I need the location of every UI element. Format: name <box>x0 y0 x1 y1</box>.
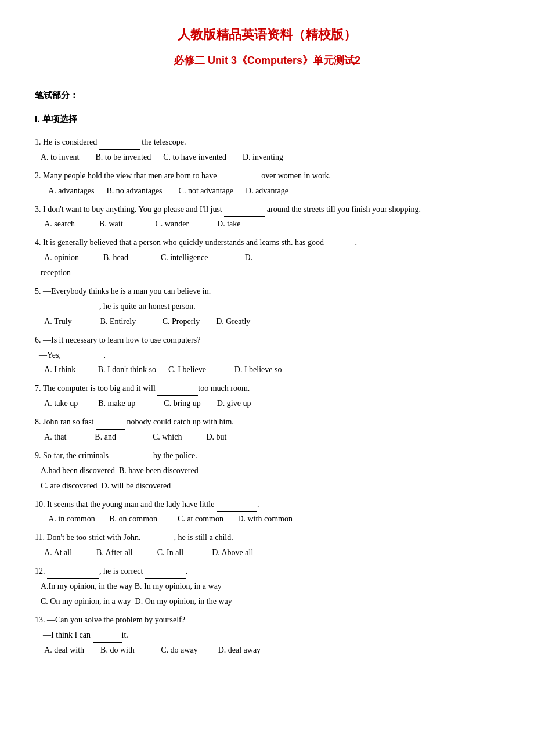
question-12: 12. , he is correct . A.In my opinion, i… <box>35 564 499 609</box>
question-5: 5. —Everybody thinks he is a man you can… <box>35 284 499 329</box>
question-12-options-a: A.In my opinion, in the way B. In my opi… <box>35 579 499 594</box>
question-2-options: A. advantages B. no advantages C. not ad… <box>35 183 499 199</box>
question-4-options-2: reception <box>35 265 499 280</box>
question-7-options: A. take up B. make up C. bring up D. giv… <box>35 396 499 411</box>
question-13-text: 13. —Can you solve the problem by yourse… <box>35 613 499 628</box>
question-9-options-a: A.had been discovered B. have been disco… <box>35 463 499 478</box>
question-9-options-b: C. are discovered D. will be discovered <box>35 478 499 494</box>
question-1-options: A. to invent B. to be invented C. to hav… <box>35 150 499 165</box>
main-title: 人教版精品英语资料（精校版） <box>35 23 499 46</box>
question-9: 9. So far, the criminals by the police. … <box>35 448 499 494</box>
section-I-title: I. 单项选择 <box>35 111 499 127</box>
question-1: 1. He is considered the telescope. A. to… <box>35 135 499 165</box>
question-11-text: 11. Don't be too strict with John. , he … <box>35 530 499 545</box>
question-10-text: 10. It seems that the young man and the … <box>35 497 499 512</box>
question-13: 13. —Can you solve the problem by yourse… <box>35 613 499 658</box>
question-6-text: 6. —Is it necessary to learn how to use … <box>35 333 499 348</box>
question-4: 4. It is generally believed that a perso… <box>35 235 499 280</box>
question-12-text: 12. , he is correct . <box>35 564 499 579</box>
question-11-options: A. At all B. After all C. In all D. Abov… <box>35 545 499 560</box>
question-6-text2: —Yes, . <box>35 348 499 363</box>
question-5-text2: —, he is quite an honest person. <box>35 299 499 314</box>
question-10-options: A. in common B. on common C. at common D… <box>35 512 499 527</box>
question-3-options: A. search B. wait C. wander D. take <box>35 217 499 232</box>
question-2-text: 2. Many people hold the view that men ar… <box>35 168 499 183</box>
question-6: 6. —Is it necessary to learn how to use … <box>35 333 499 378</box>
question-8-options: A. that B. and C. which D. but <box>35 430 499 445</box>
question-8-text: 8. John ran so fast nobody could catch u… <box>35 415 499 430</box>
question-11: 11. Don't be too strict with John. , he … <box>35 530 499 560</box>
question-9-text: 9. So far, the criminals by the police. <box>35 448 499 463</box>
question-4-text: 4. It is generally believed that a perso… <box>35 235 499 250</box>
question-3-text: 3. I don't want to buy anything. You go … <box>35 202 499 217</box>
questions-container: 1. He is considered the telescope. A. to… <box>35 135 499 658</box>
question-6-options: A. I think B. I don't think so C. I beli… <box>35 362 499 377</box>
sub-title: 必修二 Unit 3《Computers》单元测试2 <box>35 51 499 70</box>
question-5-options: A. Truly B. Entirely C. Properly D. Grea… <box>35 314 499 329</box>
question-7-text: 7. The computer is too big and it will t… <box>35 381 499 396</box>
question-2: 2. Many people hold the view that men ar… <box>35 168 499 199</box>
question-13-text2: —I think I can it. <box>35 628 499 643</box>
question-7: 7. The computer is too big and it will t… <box>35 381 499 411</box>
question-8: 8. John ran so fast nobody could catch u… <box>35 415 499 445</box>
question-10: 10. It seems that the young man and the … <box>35 497 499 527</box>
question-3: 3. I don't want to buy anything. You go … <box>35 202 499 232</box>
question-4-options: A. opinion B. head C. intelligence D. <box>35 250 499 265</box>
question-13-options: A. deal with B. do with C. do away D. de… <box>35 643 499 658</box>
question-5-text: 5. —Everybody thinks he is a man you can… <box>35 284 499 299</box>
question-12-options-b: C. On my opinion, in a way D. On my opin… <box>35 594 499 609</box>
pen-section: 笔试部分： <box>35 87 499 103</box>
question-1-text: 1. He is considered the telescope. <box>35 135 499 150</box>
